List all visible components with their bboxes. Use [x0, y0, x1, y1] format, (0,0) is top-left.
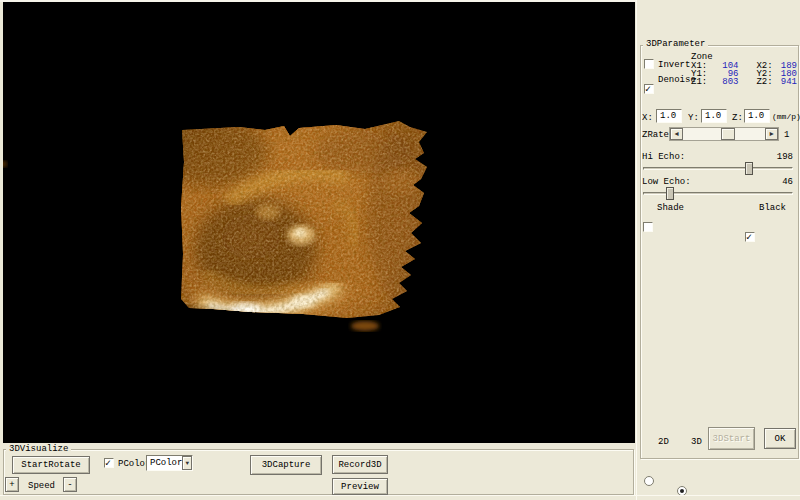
speed-plus-button[interactable]: +	[5, 477, 19, 492]
black-checkbox[interactable]	[745, 232, 755, 242]
scale-y-input[interactable]: 1.0	[701, 109, 727, 123]
zone-z1-value: 803	[709, 78, 739, 86]
scale-x-label: X:	[642, 113, 653, 123]
zrate-track[interactable]	[683, 128, 765, 140]
parameter-groupbox	[640, 45, 799, 459]
pcolor-checkbox[interactable]	[104, 458, 114, 468]
dropdown-arrow-icon[interactable]: ▼	[182, 456, 192, 470]
low-echo-label: Low Echo:	[642, 177, 691, 187]
capture3d-button[interactable]: 3DCapture	[250, 455, 322, 475]
visualize-group-title: 3DVisualize	[6, 444, 71, 454]
zrate-right-arrow[interactable]: ►	[765, 128, 778, 140]
scale-y-label: Y:	[688, 113, 699, 123]
invert-checkbox[interactable]	[644, 59, 654, 69]
invert-label: Invert	[658, 60, 690, 70]
black-label: Black	[759, 203, 786, 213]
render-viewport[interactable]	[3, 2, 635, 443]
shade-checkbox[interactable]	[643, 222, 653, 232]
parameter-group-title: 3DParameter	[643, 39, 708, 49]
zone-z2-value: 941	[774, 78, 797, 86]
zrate-value: 1	[784, 130, 789, 140]
record3d-button[interactable]: Record3D	[332, 455, 388, 474]
parameter-panel: 3DParameter Invert Denoise Zone X1: 104 …	[636, 0, 800, 500]
ok-button[interactable]: OK	[764, 428, 796, 449]
preview-button[interactable]: Preview	[332, 478, 388, 495]
pcolor-dropdown-value: PColor	[147, 456, 182, 470]
window-bottom-edge	[0, 495, 800, 496]
denoise-checkbox[interactable]	[644, 84, 654, 94]
start3d-button[interactable]: 3DStart	[708, 427, 755, 450]
pcolor-dropdown[interactable]: PColor ▼	[146, 455, 193, 471]
zrate-left-arrow[interactable]: ◄	[670, 128, 683, 140]
zrate-scrollbar[interactable]: ◄ ►	[669, 127, 779, 141]
hi-echo-slider-thumb[interactable]	[745, 162, 753, 175]
visualize-panel: 3DVisualize StartRotate + Speed - PColor…	[0, 443, 636, 500]
hi-echo-label: Hi Echo:	[642, 152, 685, 162]
scale-unit-label: (mm/p)	[772, 112, 800, 122]
speed-minus-button[interactable]: -	[63, 477, 77, 492]
mode-2d-radio[interactable]	[644, 476, 654, 486]
mode-2d-label: 2D	[658, 437, 669, 447]
speed-label: Speed	[28, 481, 55, 491]
low-echo-slider-thumb[interactable]	[666, 187, 674, 200]
mode-3d-label: 3D	[691, 437, 702, 447]
zrate-label: ZRate	[642, 130, 669, 140]
zone-z2-label: Z2:	[756, 78, 774, 86]
zone-row-z: Z1: 803 Z2: 941	[691, 78, 797, 86]
hi-echo-value: 198	[751, 152, 793, 162]
hi-echo-slider-track[interactable]	[643, 167, 793, 170]
app-window: 3DParameter Invert Denoise Zone X1: 104 …	[0, 0, 800, 500]
scale-x-input[interactable]: 1.0	[656, 109, 682, 123]
shade-label: Shade	[657, 203, 684, 213]
ultrasound-render	[3, 2, 635, 443]
start-rotate-button[interactable]: StartRotate	[12, 456, 90, 474]
zone-table: X1: 104 X2: 189 Y1: 96 Y2: 180 Z1: 803 Z…	[691, 62, 797, 86]
low-echo-value: 46	[751, 177, 793, 187]
scale-z-label: Z:	[732, 113, 743, 123]
scale-z-input[interactable]: 1.0	[744, 109, 770, 123]
zrate-thumb[interactable]	[721, 128, 735, 140]
zone-z1-label: Z1:	[691, 78, 709, 86]
